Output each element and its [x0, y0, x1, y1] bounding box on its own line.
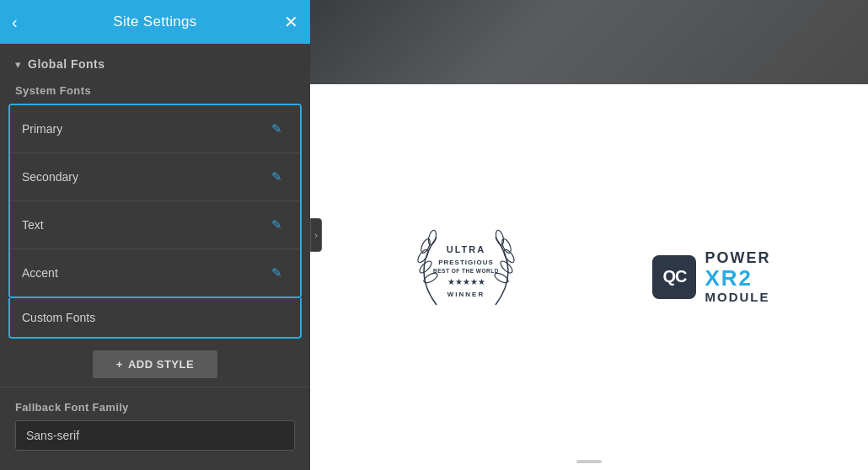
fallback-font-input[interactable]	[15, 420, 295, 451]
font-item-primary[interactable]: Primary ✎	[10, 105, 300, 153]
edit-accent-button[interactable]: ✎	[265, 261, 288, 285]
fallback-section: Fallback Font Family	[0, 396, 310, 451]
svg-text:WINNER: WINNER	[447, 291, 485, 298]
edit-text-icon: ✎	[271, 217, 282, 232]
svg-text:ULTRA: ULTRA	[447, 244, 485, 254]
photo-top	[310, 0, 868, 84]
page-title: Site Settings	[113, 13, 196, 30]
power-badge: QC POWER XR2 MODULE	[652, 250, 770, 305]
global-fonts-label: Global Fonts	[28, 57, 105, 71]
collapse-tab[interactable]: ›	[310, 218, 322, 252]
svg-text:★★★★★: ★★★★★	[447, 277, 485, 286]
close-button[interactable]: ✕	[284, 12, 298, 32]
add-style-button[interactable]: + ADD STYLE	[93, 350, 217, 378]
system-fonts-label: System Fonts	[0, 81, 310, 104]
add-style-label: ADD STYLE	[128, 358, 194, 371]
edit-primary-icon: ✎	[271, 121, 282, 136]
power-text: POWER XR2 MODULE	[705, 250, 770, 305]
font-item-accent[interactable]: Accent ✎	[10, 249, 300, 296]
edit-text-button[interactable]: ✎	[265, 213, 288, 237]
collapse-arrow-icon: ›	[314, 230, 318, 240]
power-line1: POWER	[705, 250, 770, 267]
svg-text:PRESTIGIOUS: PRESTIGIOUS	[439, 259, 495, 266]
fallback-font-label: Fallback Font Family	[15, 401, 295, 414]
font-item-accent-label: Accent	[22, 266, 58, 280]
power-line2: XR2	[705, 266, 770, 291]
svg-point-1	[418, 259, 433, 275]
main-white-area: ULTRA PRESTIGIOUS BEST OF THE WORLD ★★★★…	[310, 84, 868, 470]
svg-point-3	[420, 238, 432, 254]
chevron-down-icon: ▾	[15, 58, 21, 71]
font-item-text[interactable]: Text ✎	[10, 201, 300, 249]
close-icon: ✕	[284, 12, 298, 32]
qc-box: QC	[652, 255, 696, 299]
custom-fonts-section[interactable]: Custom Fonts	[8, 298, 302, 339]
svg-point-8	[501, 238, 513, 254]
font-item-secondary-label: Secondary	[22, 170, 78, 184]
edit-secondary-icon: ✎	[271, 169, 282, 184]
main-content: ULTRA PRESTIGIOUS BEST OF THE WORLD ★★★★…	[310, 0, 868, 470]
font-item-text-label: Text	[22, 218, 44, 232]
custom-fonts-label: Custom Fonts	[22, 311, 95, 324]
sidebar-header: ‹ Site Settings ✕	[0, 0, 310, 44]
add-style-row: + ADD STYLE	[0, 339, 310, 387]
svg-point-6	[499, 259, 514, 275]
back-icon: ‹	[12, 13, 18, 32]
divider	[0, 387, 310, 387]
edit-primary-button[interactable]: ✎	[265, 117, 288, 141]
global-fonts-section[interactable]: ▾ Global Fonts	[0, 44, 310, 81]
sidebar: ‹ Site Settings ✕ ▾ Global Fonts System …	[0, 0, 310, 470]
font-item-secondary[interactable]: Secondary ✎	[10, 153, 300, 201]
svg-text:BEST OF THE WORLD: BEST OF THE WORLD	[434, 268, 500, 274]
laurel-svg: ULTRA PRESTIGIOUS BEST OF THE WORLD ★★★★…	[407, 221, 525, 330]
edit-accent-icon: ✎	[271, 265, 282, 280]
bottom-indicator	[576, 460, 602, 463]
font-items-container: Primary ✎ Secondary ✎ Text ✎ Accent ✎	[8, 104, 302, 298]
edit-secondary-button[interactable]: ✎	[265, 165, 288, 189]
laurel-badge: ULTRA PRESTIGIOUS BEST OF THE WORLD ★★★★…	[407, 221, 525, 334]
power-line3: MODULE	[705, 291, 770, 305]
back-button[interactable]: ‹	[12, 13, 18, 32]
plus-icon: +	[116, 358, 123, 371]
font-item-primary-label: Primary	[22, 122, 62, 136]
